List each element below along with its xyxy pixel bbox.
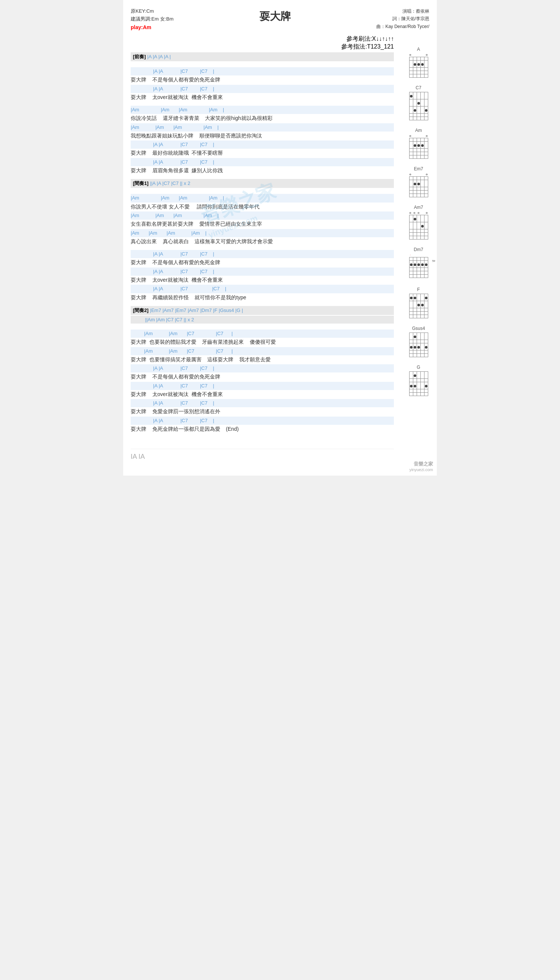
chord-diagram-Dm7: Dm7 ·	[403, 247, 434, 279]
chord-diagram-G: G	[403, 365, 434, 396]
suggested-key: 建議男調:Em 女:Bm	[131, 15, 173, 23]
song-title: 耍大牌	[173, 9, 376, 23]
chord-row-12: |A |A |C7 |C7 |	[131, 285, 394, 293]
chord-row-5: |A |A |C7 |C7 |	[131, 140, 394, 149]
lyric-line: 女生喜歡名牌更甚於耍大牌 愛情世界已經由女生來主宰	[131, 220, 394, 228]
lyric-line: 耍大牌 也要裝的體貼我才愛 牙齒有菜渣挑起來 傻傻很可愛	[131, 338, 394, 346]
chord-row-14: |Am |Am |C7 |C7 |	[131, 347, 394, 355]
lyric-line: 耍大牌 再繼續裝腔作怪 就可惜你不是我的type	[131, 293, 394, 301]
chord-row-6: |A |A |C7 |C7 |	[131, 158, 394, 166]
lyric-line: 耍大牌 太over就被淘汰 機會不會重來	[131, 276, 394, 284]
chord-row-2: |A |A |C7 |C7 |	[131, 85, 394, 93]
lyric-line: 耍大牌 太over就被淘汰 機會不會重來	[131, 390, 394, 398]
chord-row-15: |A |A |C7 |C7 |	[131, 364, 394, 373]
chord-line: |A |A |C7 |C7 |	[153, 251, 394, 258]
interlude2-label: [間奏2]	[133, 308, 148, 313]
chord-line: |A |A |C7 |C7 |	[153, 85, 394, 92]
interlude2b-section: ||Am |Am |C7 |C7 || x 2	[131, 316, 394, 324]
composer: 曲：Kay Denar/Rob Tycer/	[376, 23, 429, 30]
lyric-line: 耍大牌 不是每個人都有愛的免死金牌	[131, 373, 394, 381]
chord-line: |Am |Am |Am |Am |	[131, 107, 394, 113]
chord-diagram-A: A o o	[403, 47, 434, 78]
lyric-line: 我想晚點跟著姐妹玩點小牌 順便聊聊是否應該把你淘汰	[131, 132, 394, 140]
footer-url: yinyuezi.com	[409, 467, 433, 472]
lyric-line: 真心說出來 真心就表白 這樣無辜又可愛的大牌我才會示愛	[131, 237, 394, 246]
interlude2b-chords: ||Am |Am |C7 |C7 || x 2	[133, 317, 194, 323]
lyric-line: 耍大牌 最好你統統隆哦 不懂不要瞎掰	[131, 149, 394, 157]
chord-line: |Am |Am |Am |Am |	[131, 212, 394, 219]
play-key: play:Am	[131, 23, 173, 32]
lyricist: 詞：陳天佑/李宗恩	[376, 15, 429, 22]
chord-row-10: |A |A |C7 |C7 |	[131, 250, 394, 258]
artist: 演唱：蔡依林	[376, 7, 429, 15]
intro-label: [前奏]	[133, 54, 146, 59]
chord-diagram-Am: Am o o	[403, 128, 434, 159]
header-left: 原KEY:Cm 建議男調:Em 女:Bm play:Am	[131, 7, 173, 32]
lyric-line: 你說男人不使壞 女人不愛 請問你到底是活在幾零年代	[131, 202, 394, 211]
ia-footer: IA IA	[131, 449, 394, 461]
footer: 音樂之家 yinyuezi.com	[409, 461, 433, 472]
intro-chords: |A |A |A |A |	[147, 54, 171, 59]
chord-diagram-Em7: Em7 o o	[403, 166, 434, 197]
song-content: [前奏] |A |A |A |A | |A |A |C7 |C7 | 耍大牌 不…	[131, 52, 394, 461]
chord-line: |A |A |C7 |C7 |	[153, 383, 394, 389]
chord-line: |A |A |C7 |C7 |	[153, 268, 394, 275]
chord-row-4: |Am |Am |Am |Am |	[131, 123, 394, 132]
footer-site-name: 音樂之家	[409, 461, 433, 467]
chord-line: |Am |Am |Am |Am |	[131, 230, 394, 236]
chord-line: |A |A |C7 |C7 |	[153, 159, 394, 166]
original-key: 原KEY:Cm	[131, 7, 173, 15]
finger-pattern: 參考指法:T123_121	[131, 43, 394, 51]
strum-pattern: 參考刷法:X↓↓↑↓↑↑	[131, 35, 394, 43]
chord-row-1: |A |A |C7 |C7 |	[131, 67, 394, 75]
chord-line: |Am |Am |C7 |C7 |	[131, 330, 394, 337]
lyric-line: 耍大牌 眉眉角角很多還 嫌別人比你跩	[131, 166, 394, 174]
chord-line: |A |A |C7 |C7 |	[153, 286, 394, 292]
header-right: 演唱：蔡依林 詞：陳天佑/李宗恩 曲：Kay Denar/Rob Tycer/	[376, 7, 429, 30]
lyric-line: 耍大牌 不是每個人都有愛的免死金牌	[131, 258, 394, 266]
interlude2-chords: |Em7 |Am7 |Em7 |Am7 |Dm7 |F |Gsus4 |G |	[150, 308, 243, 313]
lyric-line: 耍大牌 免死金牌給一張都只是因為愛 (End)	[131, 425, 394, 433]
lyric-line: 耍大牌 太over就被淘汰 機會不會重來	[131, 93, 394, 101]
chord-row-7: |Am |Am |Am |Am |	[131, 194, 394, 202]
lyric-line: 耍大牌 免愛金牌罰一張別想消遙在外	[131, 407, 394, 415]
chord-row-3: |Am |Am |Am |Am |	[131, 106, 394, 114]
chord-line: |A |A |C7 |C7 |	[153, 417, 394, 424]
chord-row-13: |Am |Am |C7 |C7 |	[131, 329, 394, 338]
chord-diagram-Gsus4: Gsus4	[403, 326, 434, 357]
interlude1-section: [間奏1] ||A |A |C7 |C7 || x 2	[131, 179, 394, 188]
interlude1-label: [間奏1]	[133, 181, 148, 186]
chord-diagram-F: F	[403, 287, 434, 318]
chord-row-8: |Am |Am |Am |Am |	[131, 211, 394, 220]
lyric-line: 耍大牌 不是每個人都有愛的免死金牌	[131, 75, 394, 84]
chord-diagram-C7: C7	[403, 85, 434, 120]
intro-section: [前奏] |A |A |A |A |	[131, 52, 394, 61]
chord-line: |A |A |C7 |C7 |	[153, 141, 394, 148]
chord-row-11: |A |A |C7 |C7 |	[131, 268, 394, 276]
strum-info: 參考刷法:X↓↓↑↓↑↑ 參考指法:T123_121	[131, 35, 394, 51]
chord-line: |A |A |C7 |C7 |	[153, 365, 394, 372]
lyric-line: 耍大牌 也要懂得搞笑才最厲害 這樣耍大牌 我才願意去愛	[131, 355, 394, 363]
interlude1-chords: ||A |A |C7 |C7 || x 2	[150, 181, 190, 186]
chord-line: |A |A |C7 |C7 |	[153, 400, 394, 406]
chord-line: |A |A |C7 |C7 |	[153, 68, 394, 75]
lyric-line: 你說冷笑話 還牙縫卡著青菜 大家笑的很high就以為很精彩	[131, 114, 394, 122]
chord-line: |Am |Am |C7 |C7 |	[131, 348, 394, 355]
chord-line: |Am |Am |Am |Am |	[131, 124, 394, 131]
header: 原KEY:Cm 建議男調:Em 女:Bm play:Am 耍大牌 演唱：蔡依林 …	[131, 7, 429, 32]
interlude2-section: [間奏2] |Em7 |Am7 |Em7 |Am7 |Dm7 |F |Gsus4…	[131, 306, 394, 315]
chord-diagram-Am7: Am7 o o o o	[403, 205, 434, 239]
chord-row-17: |A |A |C7 |C7 |	[131, 399, 394, 407]
chord-diagrams: A o o	[403, 47, 434, 403]
chord-row-18: |A |A |C7 |C7 |	[131, 416, 394, 425]
chord-row-9: |Am |Am |Am |Am |	[131, 229, 394, 237]
chord-row-16: |A |A |C7 |C7 |	[131, 382, 394, 390]
chord-line: |Am |Am |Am |Am |	[131, 195, 394, 201]
